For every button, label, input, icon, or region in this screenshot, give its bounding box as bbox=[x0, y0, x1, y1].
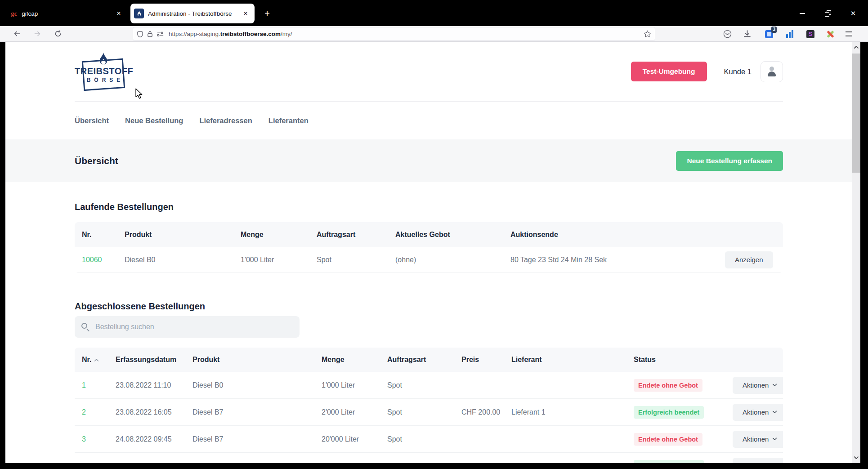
close-tab-icon[interactable]: ✕ bbox=[240, 8, 251, 19]
col-header-auktionsende: Auktionsende bbox=[503, 231, 718, 239]
close-window-button[interactable]: ✕ bbox=[846, 8, 860, 19]
cell-erfassungsdatum: 23.08.2022 11:10 bbox=[108, 381, 185, 389]
cell-menge: 20'000 Liter bbox=[314, 435, 380, 443]
actions-dropdown-button[interactable]: Aktionen bbox=[733, 458, 783, 464]
tab-gifcap[interactable]: gc gifcap ✕ bbox=[6, 4, 129, 23]
table-row: 3 24.08.2022 09:45 Diesel B7 20'000 Lite… bbox=[75, 426, 783, 453]
cell-lieferant: Lieferant 1 bbox=[504, 408, 626, 416]
permissions-icon[interactable] bbox=[157, 31, 164, 37]
new-tab-button[interactable]: + bbox=[261, 7, 273, 20]
app-nav: Übersicht Neue Bestellung Lieferadressen… bbox=[75, 101, 783, 139]
tracking-shield-icon[interactable] bbox=[137, 31, 143, 38]
col-header-auftragsart: Auftragsart bbox=[309, 231, 388, 239]
cell-auftragsart: Spot bbox=[380, 435, 454, 443]
page-scrollbar[interactable] bbox=[852, 42, 860, 463]
browser-window: gc gifcap ✕ Administration - Treibstoffb… bbox=[0, 0, 868, 469]
col-header-nr: Nr. bbox=[75, 231, 117, 239]
minimize-button[interactable] bbox=[796, 8, 809, 19]
tab-administration[interactable]: Administration - Treibstoffbörse ✕ bbox=[130, 4, 255, 23]
new-order-button[interactable]: Neue Bestellung erfassen bbox=[676, 151, 783, 171]
cell-lieferant: Lieferant 1 bbox=[504, 462, 626, 464]
cell-erfassungsdatum: 23.08.2022 16:05 bbox=[108, 408, 185, 416]
cell-produkt: Diesel B0 bbox=[185, 381, 314, 389]
table-header-row: Nr. Produkt Menge Auftragsart Aktuelles … bbox=[75, 222, 783, 247]
cell-menge: 1'000'000 Liter bbox=[314, 462, 380, 464]
url-text: https://app-staging.treibstoffboerse.com… bbox=[169, 31, 644, 37]
actions-dropdown-button[interactable]: Aktionen bbox=[733, 431, 783, 448]
menu-button[interactable] bbox=[846, 27, 852, 40]
main-content: Laufende Bestellungen Nr. Produkt Menge … bbox=[75, 202, 783, 463]
gifcap-favicon-icon: gc bbox=[11, 10, 17, 18]
order-number-link[interactable]: 3 bbox=[75, 435, 108, 443]
lock-icon[interactable] bbox=[147, 31, 153, 37]
scroll-up-icon[interactable] bbox=[852, 43, 860, 52]
search-input[interactable] bbox=[95, 323, 293, 331]
table-row: 1 23.08.2022 11:10 Diesel B0 1'000 Liter… bbox=[75, 372, 783, 399]
close-tab-icon[interactable]: ✕ bbox=[113, 8, 124, 19]
actions-dropdown-button[interactable]: Aktionen bbox=[733, 404, 783, 421]
crossed-tools-icon bbox=[826, 30, 835, 39]
nav-item-lieferadressen[interactable]: Lieferadressen bbox=[199, 116, 252, 125]
user-name: Kunde 1 bbox=[724, 67, 752, 76]
col-header-erfassungsdatum[interactable]: Erfassungsdatum bbox=[108, 356, 185, 364]
downloads-button[interactable] bbox=[743, 27, 751, 40]
order-number-link[interactable]: 2 bbox=[75, 408, 108, 416]
cell-auftragsart: Spot bbox=[309, 256, 388, 264]
flame-favicon-icon bbox=[134, 9, 144, 18]
cell-preis: CHF 43.00 bbox=[454, 462, 504, 464]
extension-bars-button[interactable] bbox=[786, 27, 793, 40]
tab-title: Administration - Treibstoffbörse bbox=[148, 10, 240, 17]
mouse-cursor bbox=[134, 88, 143, 99]
person-icon bbox=[767, 67, 777, 76]
running-orders-table: Nr. Produkt Menge Auftragsart Aktuelles … bbox=[75, 222, 783, 272]
chevron-down-icon bbox=[772, 411, 777, 414]
treibstoffboerse-logo[interactable]: TREIBSTOFF BÖRSE bbox=[75, 50, 132, 95]
col-header-nr-sortable[interactable]: Nr. bbox=[75, 356, 108, 364]
cell-auftragsart: Spot bbox=[380, 381, 454, 389]
url-bar[interactable]: https://app-staging.treibstoffboerse.com… bbox=[133, 27, 655, 40]
cell-auftragsart: Kontrakt bbox=[380, 462, 454, 464]
pocket-button[interactable] bbox=[723, 27, 732, 40]
col-header-menge[interactable]: Menge bbox=[314, 356, 380, 364]
extension-tools-button[interactable] bbox=[826, 27, 835, 40]
extension-s-button[interactable]: S bbox=[806, 27, 814, 40]
scroll-down-icon[interactable] bbox=[852, 453, 860, 462]
test-environment-button[interactable]: Test-Umgebung bbox=[631, 62, 707, 81]
show-order-button[interactable]: Anzeigen bbox=[725, 251, 773, 268]
back-button[interactable] bbox=[10, 27, 23, 40]
s-icon: S bbox=[806, 30, 814, 38]
nav-item-neue-bestellung[interactable]: Neue Bestellung bbox=[125, 116, 183, 125]
browser-toolbar: https://app-staging.treibstoffboerse.com… bbox=[0, 26, 868, 42]
order-number-link[interactable]: 10000 bbox=[75, 462, 108, 464]
actions-dropdown-button[interactable]: Aktionen bbox=[733, 377, 783, 394]
user-avatar-button[interactable] bbox=[761, 61, 783, 82]
order-number-link[interactable]: 1 bbox=[75, 381, 108, 389]
page-content: TREIBSTOFF BÖRSE Test-Umgebung Kunde 1 Ü… bbox=[5, 42, 852, 463]
bookmark-star-icon[interactable] bbox=[644, 30, 651, 38]
table-row: 10060 Diesel B0 1'000 Liter Spot (ohne) … bbox=[75, 247, 783, 272]
col-header-produkt[interactable]: Produkt bbox=[185, 356, 314, 364]
tab-title: gifcap bbox=[22, 10, 113, 17]
bars-icon bbox=[786, 30, 793, 38]
cell-menge: 1'000 Liter bbox=[233, 256, 309, 264]
col-header-auftragsart[interactable]: Auftragsart bbox=[380, 356, 454, 364]
col-header-lieferant[interactable]: Lieferant bbox=[504, 356, 626, 364]
running-orders-title: Laufende Bestellungen bbox=[75, 202, 783, 212]
col-header-preis[interactable]: Preis bbox=[454, 356, 504, 364]
nav-item-uebersicht[interactable]: Übersicht bbox=[75, 116, 109, 125]
table-row: 2 23.08.2022 16:05 Diesel B7 2'000 Liter… bbox=[75, 399, 783, 426]
status-badge: Erfolgreich beendet bbox=[634, 406, 704, 419]
status-badge: Erfolgreich beendet bbox=[634, 460, 704, 464]
nav-item-lieferanten[interactable]: Lieferanten bbox=[268, 116, 309, 125]
extension-shield-button[interactable]: 3 bbox=[764, 27, 774, 40]
forward-button[interactable] bbox=[31, 27, 44, 40]
order-number-link[interactable]: 10060 bbox=[75, 256, 117, 264]
scrollbar-thumb[interactable] bbox=[852, 54, 860, 173]
cell-auktionsende: 80 Tage 23 Std 24 Min 28 Sek bbox=[503, 256, 718, 264]
restore-button[interactable] bbox=[821, 8, 835, 19]
cell-produkt: Diesel B7 bbox=[185, 408, 314, 416]
table-header-row: Nr. Erfassungsdatum Produkt Menge Auftra… bbox=[75, 348, 783, 372]
page-title: Übersicht bbox=[75, 156, 118, 166]
col-header-status[interactable]: Status bbox=[626, 356, 725, 364]
reload-button[interactable] bbox=[51, 27, 65, 40]
